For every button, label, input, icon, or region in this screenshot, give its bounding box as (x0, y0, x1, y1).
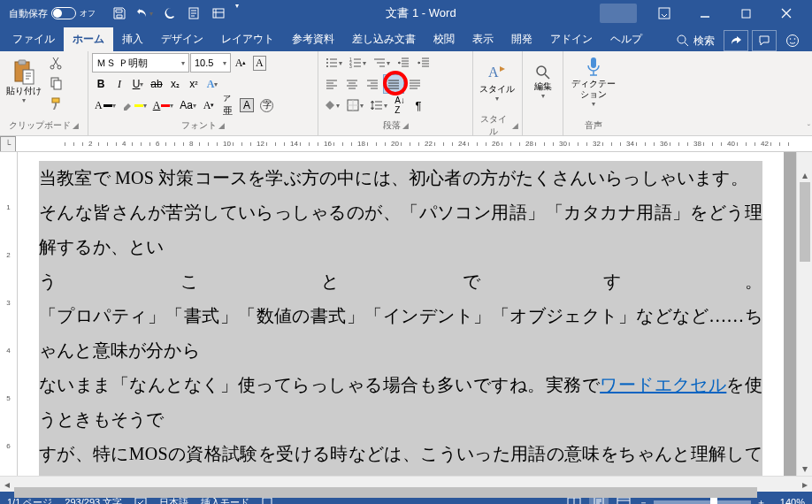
char-border-icon[interactable]: A (237, 95, 257, 115)
font-name-combo[interactable]: ＭＳ Ｐ明朝▾ (92, 53, 189, 73)
share-icon[interactable] (724, 30, 748, 51)
distribute-icon[interactable] (405, 74, 425, 94)
scroll-left-icon[interactable]: ◂ (0, 477, 14, 492)
cut-icon[interactable] (46, 53, 65, 73)
zoom-slider[interactable] (654, 500, 751, 504)
font-size-combo[interactable]: 10.5▾ (190, 53, 231, 73)
numbering-icon[interactable]: 123▾ (346, 53, 369, 73)
autosave-toggle[interactable]: 自動保存 オフ (5, 5, 99, 22)
scroll-thumb[interactable] (800, 182, 810, 262)
tab-layout[interactable]: レイアウト (212, 27, 283, 51)
styles-button[interactable]: A スタイル▾ (477, 53, 517, 111)
text-effects-icon[interactable]: A▾ (203, 74, 221, 94)
tab-review[interactable]: 校閲 (425, 27, 463, 51)
scroll-right-icon[interactable]: ▸ (798, 477, 812, 492)
link-word-excel-1[interactable]: ワードエクセル (600, 375, 726, 394)
styles-icon: A (486, 61, 508, 84)
hscroll-thumb[interactable] (14, 487, 757, 498)
paste-label: 貼り付け (6, 86, 42, 96)
tab-view[interactable]: 表示 (463, 27, 502, 51)
enclose-char-icon[interactable]: 字 (257, 95, 276, 115)
svg-point-16 (326, 58, 328, 60)
align-right-icon[interactable] (363, 74, 382, 94)
save-icon[interactable] (108, 2, 131, 25)
paste-button[interactable]: 貼り付け ▾ (4, 53, 44, 111)
grow-font-icon[interactable]: A▴ (232, 53, 249, 73)
vertical-scrollbar[interactable]: ▴ ▾ (796, 152, 812, 476)
editing-label: 編集 (534, 81, 552, 92)
font-launcher[interactable]: ◢ (218, 121, 225, 130)
vertical-ruler[interactable]: 123456 (0, 152, 18, 476)
bold-button[interactable]: B (92, 74, 110, 94)
dictation-label: ディクテーション (570, 79, 617, 100)
scroll-up-icon[interactable]: ▴ (798, 168, 812, 182)
tab-developer[interactable]: 開発 (502, 27, 541, 51)
tab-file[interactable]: ファイル (4, 27, 64, 51)
macro-icon[interactable] (262, 497, 272, 504)
line-spacing-icon[interactable]: ▾ (367, 95, 390, 115)
tab-references[interactable]: 参考資料 (283, 27, 343, 51)
tab-insert[interactable]: 挿入 (113, 27, 152, 51)
subscript-button[interactable]: x₂ (166, 74, 184, 94)
tab-addins[interactable]: アドイン (541, 27, 601, 51)
horizontal-ruler[interactable]: └ 24681012141618202224262830323436384042 (0, 136, 812, 152)
shrink-font-icon[interactable]: A▾ (200, 95, 218, 115)
undo-icon[interactable]: ▾ (133, 2, 156, 25)
horizontal-scrollbar[interactable]: ◂ ▸ (0, 476, 812, 492)
collapse-ribbon-icon[interactable]: ˇ (808, 124, 810, 134)
underline-button[interactable]: U▾ (129, 74, 147, 94)
font-fill-icon[interactable]: A▾ (92, 95, 119, 115)
multilevel-icon[interactable]: ▾ (370, 53, 393, 73)
qat-icon1[interactable] (182, 2, 205, 25)
phonetic-icon[interactable]: ア亜 (218, 95, 236, 115)
qat-icon2[interactable] (207, 2, 230, 25)
zoom-in-icon[interactable]: ＋ (756, 496, 766, 505)
paragraph-launcher[interactable]: ◢ (402, 121, 409, 130)
svg-rect-9 (19, 60, 26, 65)
italic-button[interactable]: I (111, 74, 128, 94)
bullets-icon[interactable]: ▾ (322, 53, 345, 73)
highlight-icon[interactable]: ▾ (119, 95, 149, 115)
superscript-button[interactable]: x² (185, 74, 203, 94)
smiley-icon[interactable] (780, 30, 805, 51)
sort-icon[interactable]: A↓Z (391, 95, 409, 115)
redo-icon[interactable] (157, 2, 180, 25)
change-case-icon[interactable]: Aa▾ (177, 95, 199, 115)
tab-help[interactable]: ヘルプ (601, 27, 651, 51)
svg-point-5 (787, 35, 799, 47)
dictation-button[interactable]: ディクテーション▾ (567, 53, 620, 111)
strike-button[interactable]: ab (148, 74, 165, 94)
tab-selector[interactable]: └ (0, 136, 16, 152)
user-badge[interactable] (600, 4, 637, 23)
shading-icon[interactable]: ▾ (322, 95, 342, 115)
qat-more-icon[interactable]: ▾ (232, 2, 242, 25)
tab-mailings[interactable]: 差し込み文書 (343, 27, 425, 51)
selected-paragraph[interactable]: 当教室で MOS 対策コースを学ぶ方の中には、初心者の方がたくさんいらっしゃいま… (39, 161, 762, 476)
font-group-label: フォント (181, 119, 217, 132)
show-marks-icon[interactable]: ¶ (410, 95, 427, 115)
tab-home[interactable]: ホーム (64, 27, 113, 51)
tab-design[interactable]: デザイン (152, 27, 212, 51)
minimize-icon[interactable] (685, 0, 725, 27)
highlight-circle (383, 71, 408, 95)
maximize-icon[interactable] (725, 0, 766, 27)
comments-icon[interactable] (752, 30, 777, 51)
status-zoom[interactable]: 140% (771, 497, 805, 504)
close-icon[interactable] (766, 0, 807, 27)
copy-icon[interactable] (46, 73, 65, 93)
borders-icon[interactable]: ▾ (343, 95, 366, 115)
font-color-icon[interactable]: A▾ (150, 95, 177, 115)
document-page[interactable]: 当教室で MOS 対策コースを学ぶ方の中には、初心者の方がたくさんいらっしゃいま… (18, 152, 784, 476)
outdent-icon[interactable] (394, 53, 413, 73)
ribbon-options-icon[interactable] (644, 0, 685, 27)
align-center-icon[interactable] (342, 74, 362, 94)
clipboard-launcher[interactable]: ◢ (73, 121, 79, 130)
editing-button[interactable]: 編集▾ (526, 53, 559, 111)
indent-icon[interactable] (414, 53, 433, 73)
format-painter-icon[interactable] (46, 94, 65, 113)
styles-launcher[interactable]: ◢ (512, 121, 518, 130)
clear-format-icon[interactable]: A (250, 53, 269, 73)
align-left-icon[interactable] (322, 74, 341, 94)
scroll-down-icon[interactable]: ▾ (798, 462, 812, 476)
search-box[interactable]: 検索 (670, 34, 720, 49)
